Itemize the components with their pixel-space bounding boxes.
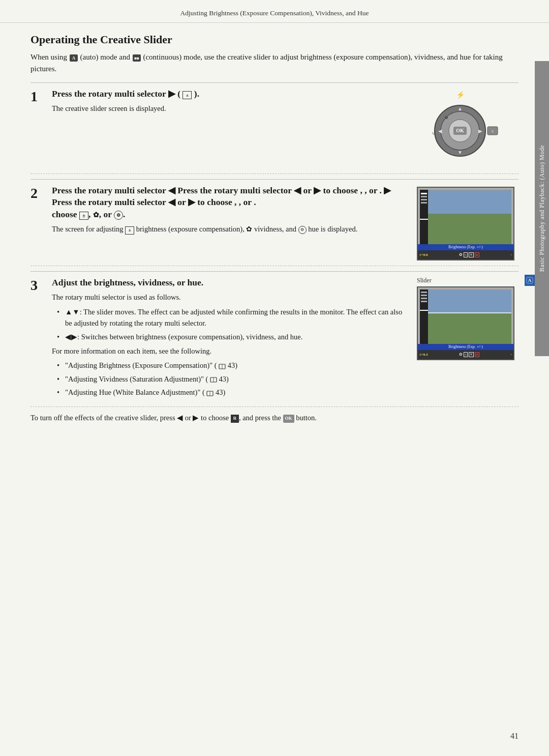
step2-or: Press the rotary multi selector ◀ or ▶ t… bbox=[177, 185, 382, 195]
vividness-icon2: ✿ bbox=[246, 225, 252, 233]
svg-text:■■: ■■ bbox=[134, 56, 139, 61]
step-1-content: Press the rotary multi selector ▶ ( ± ).… bbox=[52, 88, 412, 117]
camera-dial-svg: ⚡ OK ± ▲ ▼ ◀ ▶ bbox=[417, 90, 503, 166]
step-3-number: 3 bbox=[30, 278, 48, 294]
step-3-image-wrap: Slider +0.3 bbox=[417, 277, 518, 360]
step-2-heading: Press the rotary multi selector ◀ Press … bbox=[52, 185, 407, 221]
reset-icon: R bbox=[231, 415, 239, 423]
page-number: 41 bbox=[510, 732, 518, 741]
step-3-bullets: ▲▼: The slider moves. The effect can be … bbox=[57, 306, 407, 342]
svg-text:A: A bbox=[72, 55, 76, 61]
step-2-body: The screen for adjusting ± brightness (e… bbox=[52, 223, 407, 235]
step-3-content: Adjust the brightness, vividness, or hue… bbox=[52, 277, 412, 401]
page-container: Adjusting Brightness (Exposure Compensat… bbox=[0, 0, 549, 756]
ok-button-icon: OK bbox=[283, 415, 294, 423]
svg-text:↺: ↺ bbox=[432, 131, 436, 136]
main-content: Operating the Creative Slider When using… bbox=[0, 26, 549, 434]
step-3-heading: Adjust the brightness, vividness, or hue… bbox=[52, 277, 407, 289]
step-2-divider bbox=[30, 266, 518, 266]
step-1: 1 Press the rotary multi selector ▶ ( ± … bbox=[30, 82, 518, 168]
book-icon-1 bbox=[219, 364, 226, 369]
bullet-1: ▲▼: The slider moves. The effect can be … bbox=[57, 306, 407, 329]
header-title: Adjusting Brightness (Exposure Compensat… bbox=[180, 9, 369, 17]
ref-3: "Adjusting Hue (White Balance Adjustment… bbox=[57, 387, 407, 398]
step-2-number: 2 bbox=[30, 186, 48, 201]
svg-text:▼: ▼ bbox=[458, 150, 463, 155]
step-1-number: 1 bbox=[30, 89, 48, 105]
brightness-icon: ± bbox=[79, 212, 88, 220]
svg-text:◀: ◀ bbox=[438, 128, 442, 134]
step-1-image: ⚡ OK ± ▲ ▼ ◀ ▶ bbox=[417, 90, 518, 168]
step2-to: Press the rotary multi selector ◀ or ▶ t… bbox=[52, 197, 256, 207]
slider-caption: Slider bbox=[417, 277, 518, 284]
svg-point-18 bbox=[445, 116, 448, 119]
page-header: Adjusting Brightness (Exposure Compensat… bbox=[0, 0, 549, 23]
screen2-label: Brightness (Exp. +/-) bbox=[448, 344, 483, 349]
svg-text:OK: OK bbox=[456, 128, 464, 133]
ref-2: "Adjusting Vividness (Saturation Adjustm… bbox=[57, 373, 407, 385]
hue-icon2: ⚙ bbox=[298, 226, 307, 234]
section-title: Operating the Creative Slider bbox=[30, 33, 518, 46]
step-1-divider bbox=[30, 173, 518, 174]
book-icon-3 bbox=[206, 391, 214, 396]
svg-text:±: ± bbox=[492, 129, 494, 133]
vividness-icon: ✿ bbox=[93, 211, 99, 219]
creative-slider-icon: ± bbox=[182, 91, 192, 99]
step-3: 3 Adjust the brightness, vividness, or h… bbox=[30, 271, 518, 401]
bullet-2: ◀▶: Switches between brightness (exposur… bbox=[57, 331, 407, 342]
step-2: 2 Press the rotary multi selector ◀ Pres… bbox=[30, 179, 518, 260]
svg-text:▶: ▶ bbox=[478, 128, 482, 134]
step-1-body: The creative slider screen is displayed. bbox=[52, 103, 407, 114]
auto-mode-icon-inline: A bbox=[69, 54, 78, 62]
step-3-refs: "Adjusting Brightness (Exposure Compensa… bbox=[57, 360, 407, 398]
svg-text:▲: ▲ bbox=[458, 106, 463, 111]
step-2-content: Press the rotary multi selector ◀ Press … bbox=[52, 185, 412, 238]
step-2-image: 0.0 ±+0.0 ✿ ± ✕ R ▪ bbox=[417, 187, 518, 260]
brightness-icon2: ± bbox=[125, 226, 134, 235]
screen1-label: Brightness (Exp. +/-) bbox=[448, 245, 483, 249]
step-3-body: The rotary multi selector is used as fol… bbox=[52, 292, 407, 303]
bottom-note: To turn off the effects of the creative … bbox=[30, 406, 518, 424]
continuous-mode-icon-inline: ■■ bbox=[132, 54, 141, 62]
book-icon-2 bbox=[210, 377, 217, 383]
intro-paragraph: When using A (auto) mode and ■■ (continu… bbox=[30, 51, 518, 75]
step-1-heading: Press the rotary multi selector ▶ ( ± ). bbox=[52, 88, 407, 100]
hue-icon: ⚙ bbox=[114, 211, 123, 220]
ref-1: "Adjusting Brightness (Exposure Compensa… bbox=[57, 360, 407, 371]
svg-text:⚡: ⚡ bbox=[456, 91, 465, 99]
step-3-more-info: For more information on each item, see t… bbox=[52, 345, 407, 357]
